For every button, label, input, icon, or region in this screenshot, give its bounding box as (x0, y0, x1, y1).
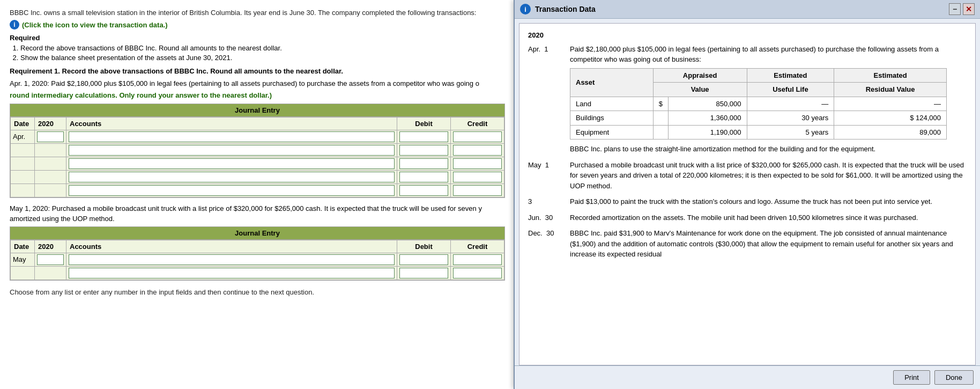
appraised-header: Appraised (653, 68, 747, 83)
journal1-day-input[interactable] (37, 131, 64, 142)
journal1-accounts-input-5[interactable] (69, 185, 395, 196)
rounding-note: round intermediary calculations. Only ro… (10, 91, 505, 99)
journal1-debit-input-1[interactable] (399, 131, 448, 142)
journal2-debit-input-1[interactable] (399, 254, 448, 265)
journal1-credit-input-3[interactable] (453, 158, 502, 169)
dialog-footer: Print Done (515, 365, 980, 389)
value-subheader: Value (653, 83, 747, 97)
buildings-life: 30 years (747, 111, 834, 126)
required-title: Required (10, 34, 505, 42)
estimated-life-header: Estimated (747, 68, 834, 83)
transaction-dec30: Dec. 30 BBBC Inc. paid $31,900 to Marv's… (528, 228, 967, 260)
dialog-titlebar: i Transaction Data − ✕ (515, 0, 980, 19)
equipment-appraised: 1,190,000 (668, 125, 747, 140)
journal1-credit-input-5[interactable] (453, 185, 502, 196)
buildings-residual: $ 124,000 (834, 111, 947, 126)
trans-month-jun30: Jun. (528, 214, 541, 222)
transaction-may3: 3 Paid $13,000 to paint the truck with t… (528, 196, 967, 207)
buildings-appraised: 1,360,000 (668, 111, 747, 126)
journal2-header: Journal Entry (10, 227, 504, 240)
trans-day-apr1: 1 (544, 45, 548, 53)
journal1-credit-input-4[interactable] (453, 172, 502, 182)
asset-row-equipment: Equipment 1,190,000 5 years 89,000 (570, 125, 947, 140)
transaction-apr1: Apr. 1 Paid $2,180,000 plus $105,000 in … (528, 44, 967, 155)
close-button[interactable]: ✕ (963, 3, 975, 15)
journal-entry-1: Journal Entry Date 2020 Accounts Debit C… (10, 104, 505, 198)
trans-date-dec30: Dec. 30 (528, 228, 566, 260)
click-icon-text[interactable]: (Click the icon to view the transaction … (22, 21, 168, 29)
asset-name-equipment: Equipment (570, 125, 654, 140)
trans-body-dec30: BBBC Inc. paid $31,900 to Marv's Mainten… (570, 228, 967, 260)
journal2-credit-input-1[interactable] (453, 254, 502, 265)
table-row: Apr. (11, 130, 504, 143)
journal1-accounts-input-1[interactable] (69, 131, 395, 142)
journal1-accounts-th: Accounts (66, 117, 397, 130)
journal1-debit-input-5[interactable] (399, 185, 448, 196)
click-icon-row[interactable]: i (Click the icon to view the transactio… (10, 20, 505, 30)
journal1-debit-input-4[interactable] (399, 172, 448, 182)
journal2-table: Date 2020 Accounts Debit Credit May (10, 240, 504, 280)
trans-text-apr1: Paid $2,180,000 plus $105,000 in legal f… (570, 45, 939, 64)
dialog-title: Transaction Data (535, 5, 945, 13)
trans-date-may3: 3 (528, 196, 566, 207)
required-item-1: Record the above transactions of BBBC In… (20, 44, 505, 52)
journal1-credit-input-2[interactable] (453, 145, 502, 156)
dialog-info-icon: i (520, 4, 531, 14)
journal1-debit-th: Debit (397, 117, 451, 130)
intro-text: BBBC Inc. owns a small television statio… (10, 9, 505, 17)
table-row: May (11, 253, 504, 266)
trans-body-jun30: Recorded amortization on the assets. The… (570, 212, 967, 223)
journal1-year-th: 2020 (35, 117, 66, 130)
estimated-residual-header: Estimated (834, 68, 947, 83)
trans-body-may1: Purchased a mobile broadcast unit truck … (570, 160, 967, 192)
useful-life-subheader: Useful Life (747, 83, 834, 97)
asset-name-land: Land (570, 97, 654, 111)
journal2-credit-input-2[interactable] (453, 268, 502, 278)
journal2-debit-input-2[interactable] (399, 268, 448, 278)
transaction-dialog: i Transaction Data − ✕ 2020 Apr. 1 Paid … (514, 0, 980, 389)
equipment-life: 5 years (747, 125, 834, 140)
journal2-date-cell: May (11, 253, 35, 266)
dialog-controls: − ✕ (949, 3, 975, 15)
trans-body-apr1: Paid $2,180,000 plus $105,000 in legal f… (570, 44, 967, 155)
asset-col-header: Asset (570, 68, 654, 97)
journal-entry-2: Journal Entry Date 2020 Accounts Debit C… (10, 226, 505, 281)
table-row (11, 143, 504, 157)
year-heading: 2020 (528, 30, 967, 41)
journal1-accounts-input-4[interactable] (69, 172, 395, 182)
info-icon[interactable]: i (10, 20, 19, 30)
trans-month-may1: May (528, 161, 541, 169)
asset-note: BBBC Inc. plans to use the straight-line… (570, 145, 875, 153)
asset-table: Asset Appraised Estimated Estimated Valu… (570, 68, 947, 140)
done-button[interactable]: Done (934, 370, 974, 385)
trans-day-may3: 3 (528, 197, 532, 205)
journal2-credit-th: Credit (451, 240, 504, 253)
journal2-accounts-input-2[interactable] (69, 268, 395, 278)
may-desc: May 1, 2020: Purchased a mobile broadcas… (10, 203, 505, 224)
required-section: Required Record the above transactions o… (10, 34, 505, 62)
journal2-day-input[interactable] (37, 254, 64, 265)
journal1-accounts-input-3[interactable] (69, 158, 395, 169)
journal1-header: Journal Entry (10, 104, 504, 117)
left-panel: BBBC Inc. owns a small television statio… (0, 0, 515, 389)
journal1-date-cell: Apr. (11, 130, 35, 143)
journal1-accounts-input-2[interactable] (69, 145, 395, 156)
required-list: Record the above transactions of BBBC In… (10, 44, 505, 62)
land-residual: — (834, 97, 947, 111)
trans-month-dec30: Dec. (528, 229, 543, 237)
journal1-credit-input-1[interactable] (453, 131, 502, 142)
journal2-accounts-input-1[interactable] (69, 254, 395, 265)
print-button[interactable]: Print (893, 370, 930, 385)
journal2-year-th: 2020 (35, 240, 66, 253)
minimize-button[interactable]: − (949, 3, 961, 15)
journal1-credit-th: Credit (451, 117, 504, 130)
journal1-date-th: Date (11, 117, 35, 130)
journal1-debit-input-3[interactable] (399, 158, 448, 169)
trans-date-apr1: Apr. 1 (528, 44, 566, 155)
asset-row-land: Land $ 850,000 — — (570, 97, 947, 111)
journal1-debit-input-2[interactable] (399, 145, 448, 156)
bottom-note: Choose from any list or enter any number… (10, 288, 505, 296)
land-life: — (747, 97, 834, 111)
table-row (11, 266, 504, 280)
journal1-table: Date 2020 Accounts Debit Credit Apr. (10, 117, 504, 197)
